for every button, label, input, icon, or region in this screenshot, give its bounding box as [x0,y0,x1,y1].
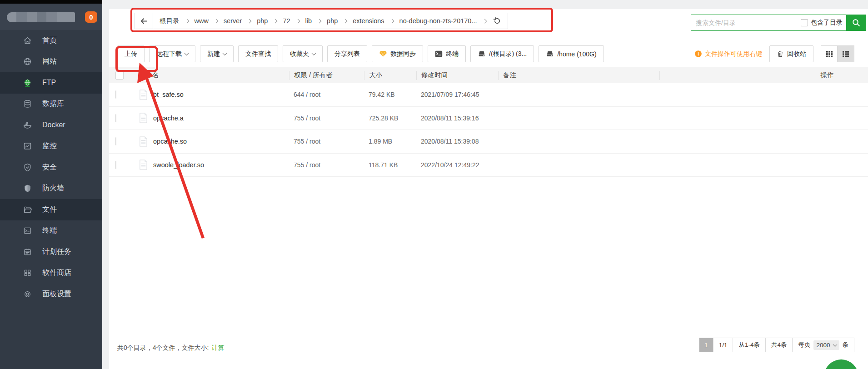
refresh-icon [493,17,501,25]
home-icon [23,36,32,45]
sidebar-item-settings[interactable]: 面板设置 [0,284,102,305]
per-page-label: 每页 [798,341,810,349]
header-filename[interactable]: 文件名 [135,71,289,80]
sidebar-item-label: 数据库 [42,99,64,109]
breadcrumb-item[interactable]: 72 [283,17,290,25]
row-checkbox[interactable] [115,114,116,122]
message-count-badge[interactable]: 0 [85,11,97,23]
grid-view-button[interactable] [821,45,838,62]
new-button[interactable]: 新建 [200,45,234,62]
table-row[interactable]: opcache.so 755 / root 1.89 MB 2020/08/11… [109,130,868,154]
page-number-current[interactable]: 1 [699,338,713,352]
include-subdir-checkbox[interactable] [801,19,808,26]
file-size: 1.89 MB [364,138,416,145]
breadcrumb-item[interactable]: 根目录 [160,17,180,25]
sidebar-item-cron[interactable]: 计划任务 [0,241,102,263]
remote-download-button[interactable]: 远程下载 [149,45,195,62]
sidebar-item-monitor[interactable]: 监控 [0,136,102,157]
breadcrumb-item[interactable]: lib [305,17,312,25]
info-circle-icon [694,50,702,58]
list-view-icon [842,50,849,58]
row-checkbox[interactable] [115,90,116,99]
search-input[interactable] [691,19,801,26]
select-all-checkbox[interactable] [115,71,124,80]
back-button[interactable] [135,13,153,29]
sidebar-item-website[interactable]: 网站 [0,51,102,73]
table-row[interactable]: swoole_loader.so 755 / root 118.71 KB 20… [109,154,868,177]
terminal-icon [23,226,32,235]
file-permission: 755 / root [289,115,364,122]
toolbar-right-cluster: 文件操作可使用右键 回收站 [694,45,854,62]
file-icon [139,113,148,123]
breadcrumb-item[interactable]: php [327,17,338,25]
terminal-window-icon [435,50,443,57]
breadcrumb-item[interactable]: php [257,17,268,25]
gem-icon [379,50,387,57]
header-size[interactable]: 大小 [364,71,416,80]
data-sync-button[interactable]: 数据同步 [372,45,423,62]
breadcrumb-item-current[interactable]: no-debug-non-zts-20170... [399,17,477,25]
per-page-unit: 条 [843,341,849,349]
terminal-button[interactable]: 终端 [428,45,466,62]
chevron-right-icon [389,19,394,23]
sidebar-item-security[interactable]: 安全 [0,157,102,178]
sidebar-item-label: 终端 [42,226,57,235]
search-bar: 包含子目录 [691,15,866,31]
file-size: 118.71 KB [364,161,416,169]
chevron-right-icon [482,19,487,23]
include-subdir-label: 包含子目录 [811,19,843,27]
file-name[interactable]: bt_safe.so [153,91,184,98]
breadcrumb-item[interactable]: extensions [353,17,384,25]
sidebar-item-database[interactable]: 数据库 [0,94,102,115]
file-icon [139,160,148,170]
table-row[interactable]: bt_safe.so 644 / root 79.42 KB 2021/07/0… [109,83,868,107]
sidebar-item-firewall[interactable]: 防火墙 [0,178,102,199]
file-name[interactable]: opcache.a [153,115,184,122]
app-grid-icon [23,268,32,278]
disk-home-button[interactable]: /home (100G) [539,45,604,62]
file-mtime: 2021/07/09 17:46:45 [416,91,498,98]
file-find-button[interactable]: 文件查找 [238,45,278,62]
upload-button[interactable]: 上传 [117,45,145,62]
sidebar: 0 首页 网站 FTP 数据库 Docker 监控 安全 [0,0,102,369]
header-permission[interactable]: 权限 / 所有者 [289,71,364,80]
calculate-size-link[interactable]: 计算 [211,344,224,352]
file-name[interactable]: opcache.so [153,138,187,145]
breadcrumb-item[interactable]: server [224,17,242,25]
sidebar-item-ftp[interactable]: FTP [0,72,102,94]
sidebar-item-terminal[interactable]: 终端 [0,220,102,242]
sidebar-item-docker[interactable]: Docker [0,115,102,136]
row-checkbox[interactable] [115,137,116,145]
sidebar-item-home[interactable]: 首页 [0,30,102,51]
refresh-button[interactable] [493,17,501,25]
calendar-icon [23,247,32,257]
sidebar-item-label: Docker [42,121,65,129]
sidebar-item-label: 首页 [42,36,57,45]
favorites-button[interactable]: 收藏夹 [283,45,323,62]
pagination: 1 1/1 从1-4条 共4条 每页 2000 条 [699,338,854,352]
sidebar-item-label: 软件商店 [42,268,71,278]
globe-icon [23,57,32,66]
sidebar-item-appstore[interactable]: 软件商店 [0,263,102,284]
include-subdir-option[interactable]: 包含子目录 [801,19,846,27]
disk-root-button[interactable]: /(根目录) (3... [470,45,534,62]
search-button[interactable] [846,15,866,31]
file-table: 文件名 权限 / 所有者 大小 修改时间 备注 操作 bt_safe.so 64… [109,67,868,177]
folder-icon [23,205,32,214]
sidebar-item-label: 文件 [42,205,57,214]
row-checkbox[interactable] [115,161,116,169]
file-permission: 755 / root [289,161,364,169]
database-icon [23,99,32,109]
sidebar-item-files[interactable]: 文件 [0,199,102,220]
chevron-down-icon [312,51,316,55]
list-view-button[interactable] [838,45,854,62]
file-name[interactable]: swoole_loader.so [153,161,204,169]
file-size: 79.42 KB [364,91,416,98]
breadcrumb-item[interactable]: www [195,17,209,25]
share-list-button[interactable]: 分享列表 [327,45,367,62]
per-page-select[interactable]: 2000 [813,340,839,350]
file-icon [139,90,148,100]
header-mtime[interactable]: 修改时间 [416,71,498,80]
table-row[interactable]: opcache.a 755 / root 725.28 KB 2020/08/1… [109,107,868,130]
recycle-bin-button[interactable]: 回收站 [769,45,813,62]
